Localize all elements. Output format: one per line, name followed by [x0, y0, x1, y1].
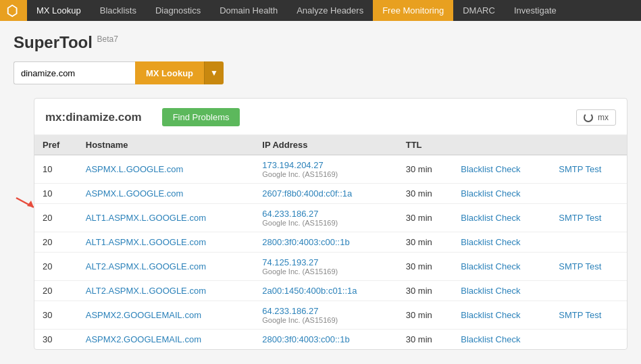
page-title: SuperTool Beta7: [14, 33, 627, 52]
search-row: MX Lookup ▼: [14, 61, 627, 84]
find-problems-button[interactable]: Find Problems: [162, 108, 240, 126]
cell-hostname: ASPMX2.GOOGLEMAIL.com: [78, 301, 255, 330]
refresh-mx-button[interactable]: mx: [576, 109, 616, 126]
cell-blacklist: Blacklist Check: [453, 253, 550, 281]
cell-pref: 20: [34, 253, 78, 281]
cell-pref: 20: [34, 232, 78, 253]
ip-sub: Google Inc. (AS15169): [262, 170, 389, 178]
cell-hostname: ALT2.ASPMX.L.GOOGLE.com: [78, 253, 255, 281]
nav-analyze-headers[interactable]: Analyze Headers: [287, 0, 373, 21]
table-row: 20 ALT2.ASPMX.L.GOOGLE.com 74.125.193.27…: [34, 253, 627, 281]
blacklist-check-link[interactable]: Blacklist Check: [461, 310, 520, 320]
cell-ttl: 30 min: [398, 281, 453, 301]
blacklist-check-link[interactable]: Blacklist Check: [461, 261, 520, 271]
cell-ip: 2800:3f0:4003:c00::1b: [254, 330, 397, 350]
navigation: MX Lookup Blacklists Diagnostics Domain …: [0, 0, 641, 21]
ip-link[interactable]: 64.233.186.27: [262, 209, 318, 219]
table-row: 10 ASPMX.L.GOOGLE.com 2607:f8b0:400d:c0f…: [34, 184, 627, 204]
cell-ip: 173.194.204.27 Google Inc. (AS15169): [254, 155, 397, 184]
col-ttl: TTL: [398, 135, 453, 155]
cell-smtp: SMTP Test: [550, 253, 627, 281]
col-ip: IP Address: [254, 135, 397, 155]
nav-dmarc[interactable]: DMARC: [453, 0, 505, 21]
cell-blacklist: Blacklist Check: [453, 155, 550, 184]
cell-pref: 20: [34, 281, 78, 301]
smtp-test-link[interactable]: SMTP Test: [559, 310, 601, 320]
cell-ttl: 30 min: [398, 301, 453, 330]
cell-smtp: [550, 232, 627, 253]
nav-diagnostics[interactable]: Diagnostics: [146, 0, 210, 21]
smtp-test-link[interactable]: SMTP Test: [559, 213, 601, 223]
cell-ip: 64.233.186.27 Google Inc. (AS15169): [254, 204, 397, 232]
cell-hostname: ASPMX2.GOOGLEMAIL.com: [78, 330, 255, 350]
blacklist-check-link[interactable]: Blacklist Check: [461, 286, 520, 296]
ip-link[interactable]: 64.233.186.27: [262, 306, 318, 316]
cell-ttl: 30 min: [398, 155, 453, 184]
hostname-link[interactable]: ALT1.ASPMX.L.GOOGLE.com: [86, 213, 206, 223]
nav-investigate[interactable]: Investigate: [505, 0, 566, 21]
cell-ip: 2607:f8b0:400d:c0f::1a: [254, 184, 397, 204]
ip-sub: Google Inc. (AS15169): [262, 267, 389, 276]
nav-mx-lookup[interactable]: MX Lookup: [27, 0, 91, 21]
table-row: 20 ALT2.ASPMX.L.GOOGLE.com 2a00:1450:400…: [34, 281, 627, 301]
results-panel: mx:dinamize.com Find Problems mx Pref Ho…: [34, 98, 627, 350]
cell-hostname: ASPMX.L.GOOGLE.com: [78, 155, 255, 184]
nav-blacklists[interactable]: Blacklists: [91, 0, 146, 21]
search-input[interactable]: [14, 61, 135, 84]
cell-hostname: ALT1.ASPMX.L.GOOGLE.com: [78, 232, 255, 253]
table-header-row: Pref Hostname IP Address TTL: [34, 135, 627, 155]
cell-blacklist: Blacklist Check: [453, 301, 550, 330]
ip-link[interactable]: 2800:3f0:4003:c00::1b: [262, 237, 349, 247]
nav-free-monitoring[interactable]: Free Monitoring: [373, 0, 453, 21]
ip-sub: Google Inc. (AS15169): [262, 219, 389, 227]
blacklist-check-link[interactable]: Blacklist Check: [461, 334, 520, 344]
smtp-test-link[interactable]: SMTP Test: [559, 164, 601, 174]
cell-smtp: SMTP Test: [550, 155, 627, 184]
results-header: mx:dinamize.com Find Problems mx: [34, 99, 627, 135]
cell-pref: 20: [34, 204, 78, 232]
cell-smtp: [550, 184, 627, 204]
blacklist-check-link[interactable]: Blacklist Check: [461, 188, 520, 199]
mx-lookup-button[interactable]: MX Lookup: [135, 61, 204, 84]
blacklist-check-link[interactable]: Blacklist Check: [461, 237, 520, 247]
ip-sub: Google Inc. (AS15169): [262, 316, 389, 324]
cell-ip: 2a00:1450:400b:c01::1a: [254, 281, 397, 301]
hostname-link[interactable]: ASPMX.L.GOOGLE.com: [86, 164, 184, 174]
ip-link[interactable]: 173.194.204.27: [262, 160, 323, 170]
cell-smtp: [550, 330, 627, 350]
cell-hostname: ALT1.ASPMX.L.GOOGLE.com: [78, 204, 255, 232]
cell-pref: 10: [34, 184, 78, 204]
logo[interactable]: [0, 0, 27, 21]
hostname-link[interactable]: ASPMX2.GOOGLEMAIL.com: [86, 310, 201, 320]
cell-hostname: ALT2.ASPMX.L.GOOGLE.com: [78, 281, 255, 301]
cell-blacklist: Blacklist Check: [453, 330, 550, 350]
table-row: 20 ALT1.ASPMX.L.GOOGLE.com 64.233.186.27…: [34, 204, 627, 232]
cell-blacklist: Blacklist Check: [453, 232, 550, 253]
cell-ip: 2800:3f0:4003:c00::1b: [254, 232, 397, 253]
hostname-link[interactable]: ALT2.ASPMX.L.GOOGLE.com: [86, 261, 206, 271]
blacklist-check-link[interactable]: Blacklist Check: [461, 164, 520, 174]
main-container: SuperTool Beta7 MX Lookup ▼ mx:dinamize.…: [0, 21, 641, 357]
lookup-dropdown-button[interactable]: ▼: [204, 61, 224, 84]
hostname-link[interactable]: ALT1.ASPMX.L.GOOGLE.com: [86, 237, 206, 247]
ip-link[interactable]: 2a00:1450:400b:c01::1a: [262, 286, 357, 296]
blacklist-check-link[interactable]: Blacklist Check: [461, 213, 520, 223]
col-pref: Pref: [34, 135, 78, 155]
refresh-icon: [584, 113, 593, 122]
hostname-link[interactable]: ALT2.ASPMX.L.GOOGLE.com: [86, 286, 206, 296]
table-row: 20 ALT1.ASPMX.L.GOOGLE.com 2800:3f0:4003…: [34, 232, 627, 253]
cell-ttl: 30 min: [398, 253, 453, 281]
ip-link[interactable]: 2607:f8b0:400d:c0f::1a: [262, 188, 352, 199]
cell-smtp: SMTP Test: [550, 204, 627, 232]
hostname-link[interactable]: ASPMX2.GOOGLEMAIL.com: [86, 334, 201, 344]
cell-ttl: 30 min: [398, 330, 453, 350]
smtp-test-link[interactable]: SMTP Test: [559, 261, 601, 271]
ip-link[interactable]: 2800:3f0:4003:c00::1b: [262, 334, 349, 344]
hostname-link[interactable]: ASPMX.L.GOOGLE.com: [86, 188, 184, 199]
table-row: 30 ASPMX2.GOOGLEMAIL.com 64.233.186.27 G…: [34, 301, 627, 330]
nav-domain-health[interactable]: Domain Health: [210, 0, 287, 21]
ip-link[interactable]: 74.125.193.27: [262, 257, 318, 267]
cell-blacklist: Blacklist Check: [453, 184, 550, 204]
cell-blacklist: Blacklist Check: [453, 281, 550, 301]
table-row: 30 ASPMX2.GOOGLEMAIL.com 2800:3f0:4003:c…: [34, 330, 627, 350]
